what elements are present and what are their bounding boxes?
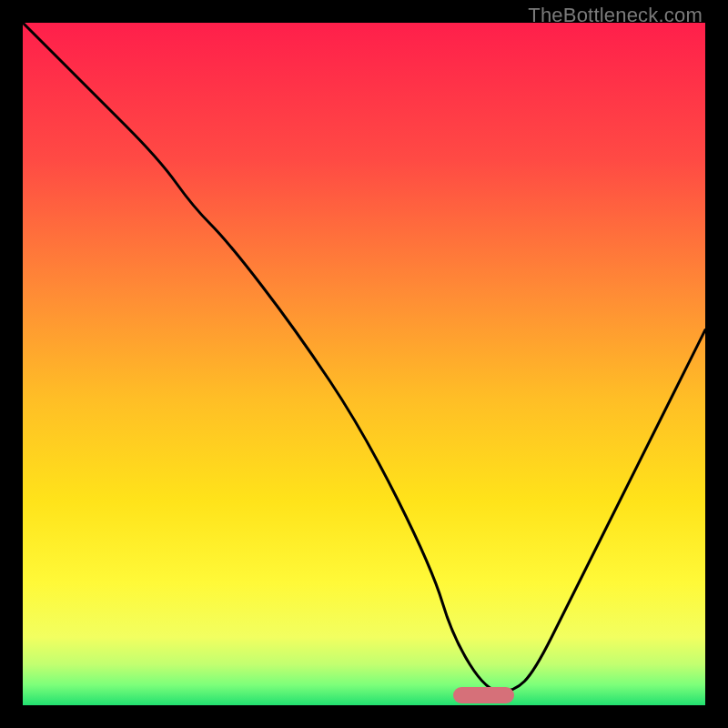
plot-area — [23, 23, 705, 705]
chart-frame: TheBottleneck.com — [0, 0, 728, 728]
optimum-marker — [453, 687, 515, 703]
bottleneck-curve — [23, 23, 705, 705]
watermark-text: TheBottleneck.com — [528, 4, 703, 27]
